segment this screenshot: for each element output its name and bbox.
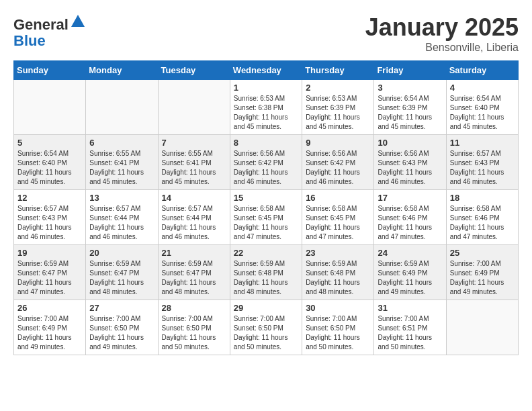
- day-number: 15: [234, 193, 298, 203]
- day-info: Sunrise: 7:00 AM Sunset: 6:51 PM Dayligh…: [378, 314, 442, 352]
- day-info: Sunrise: 6:58 AM Sunset: 6:45 PM Dayligh…: [306, 204, 370, 242]
- day-info: Sunrise: 6:53 AM Sunset: 6:39 PM Dayligh…: [306, 94, 370, 132]
- day-number: 27: [89, 303, 154, 313]
- day-info: Sunrise: 7:00 AM Sunset: 6:50 PM Dayligh…: [89, 314, 154, 352]
- calendar-header-row: SundayMondayTuesdayWednesdayThursdayFrid…: [14, 61, 519, 80]
- day-number: 2: [306, 83, 370, 93]
- day-number: 5: [17, 138, 82, 148]
- page-header: General Blue January 2025 Bensonville, L…: [13, 13, 519, 54]
- logo-general-text: General: [13, 16, 69, 33]
- day-info: Sunrise: 6:55 AM Sunset: 6:41 PM Dayligh…: [89, 149, 154, 187]
- day-info: Sunrise: 6:58 AM Sunset: 6:45 PM Dayligh…: [234, 204, 298, 242]
- day-number: 9: [306, 138, 370, 148]
- day-number: 18: [450, 193, 515, 203]
- day-number: 11: [450, 138, 515, 148]
- day-number: 28: [162, 303, 226, 313]
- calendar-day: 8Sunrise: 6:56 AM Sunset: 6:42 PM Daylig…: [230, 135, 302, 190]
- calendar-day: 9Sunrise: 6:56 AM Sunset: 6:42 PM Daylig…: [302, 135, 374, 190]
- weekday-header-saturday: Saturday: [446, 61, 518, 80]
- calendar-day: 29Sunrise: 7:00 AM Sunset: 6:50 PM Dayli…: [230, 300, 302, 355]
- calendar-day: 3Sunrise: 6:54 AM Sunset: 6:39 PM Daylig…: [374, 80, 446, 135]
- calendar-day: 11Sunrise: 6:57 AM Sunset: 6:43 PM Dayli…: [446, 135, 518, 190]
- calendar-day: 28Sunrise: 7:00 AM Sunset: 6:50 PM Dayli…: [158, 300, 230, 355]
- day-info: Sunrise: 6:59 AM Sunset: 6:47 PM Dayligh…: [162, 259, 226, 297]
- day-info: Sunrise: 6:59 AM Sunset: 6:48 PM Dayligh…: [234, 259, 298, 297]
- day-info: Sunrise: 6:55 AM Sunset: 6:41 PM Dayligh…: [162, 149, 226, 187]
- calendar-day: 17Sunrise: 6:58 AM Sunset: 6:46 PM Dayli…: [374, 190, 446, 245]
- calendar-day: 21Sunrise: 6:59 AM Sunset: 6:47 PM Dayli…: [158, 245, 230, 300]
- day-number: 19: [17, 248, 82, 258]
- day-info: Sunrise: 6:54 AM Sunset: 6:39 PM Dayligh…: [378, 94, 442, 132]
- calendar-day: [446, 300, 518, 355]
- day-number: 29: [234, 303, 298, 313]
- title-block: January 2025 Bensonville, Liberia: [365, 13, 519, 54]
- calendar-day: 30Sunrise: 7:00 AM Sunset: 6:50 PM Dayli…: [302, 300, 374, 355]
- day-info: Sunrise: 7:00 AM Sunset: 6:50 PM Dayligh…: [306, 314, 370, 352]
- day-number: 26: [17, 303, 82, 313]
- calendar-day: 20Sunrise: 6:59 AM Sunset: 6:47 PM Dayli…: [86, 245, 158, 300]
- day-number: 4: [450, 83, 515, 93]
- month-title: January 2025: [365, 13, 519, 42]
- day-info: Sunrise: 6:57 AM Sunset: 6:44 PM Dayligh…: [162, 204, 226, 242]
- day-info: Sunrise: 6:56 AM Sunset: 6:43 PM Dayligh…: [378, 149, 442, 187]
- day-info: Sunrise: 6:59 AM Sunset: 6:48 PM Dayligh…: [306, 259, 370, 297]
- day-info: Sunrise: 7:00 AM Sunset: 6:49 PM Dayligh…: [17, 314, 82, 352]
- calendar-day: [86, 80, 158, 135]
- day-number: 3: [378, 83, 442, 93]
- day-info: Sunrise: 6:54 AM Sunset: 6:40 PM Dayligh…: [17, 149, 82, 187]
- weekday-header-thursday: Thursday: [302, 61, 374, 80]
- day-info: Sunrise: 6:57 AM Sunset: 6:44 PM Dayligh…: [89, 204, 154, 242]
- day-info: Sunrise: 6:53 AM Sunset: 6:38 PM Dayligh…: [234, 94, 298, 132]
- logo-blue-text: Blue: [13, 32, 46, 49]
- day-number: 16: [306, 193, 370, 203]
- calendar-week-3: 12Sunrise: 6:57 AM Sunset: 6:43 PM Dayli…: [14, 190, 519, 245]
- calendar-week-5: 26Sunrise: 7:00 AM Sunset: 6:49 PM Dayli…: [14, 300, 519, 355]
- day-number: 17: [378, 193, 442, 203]
- calendar-day: 15Sunrise: 6:58 AM Sunset: 6:45 PM Dayli…: [230, 190, 302, 245]
- day-number: 14: [162, 193, 226, 203]
- calendar-day: 26Sunrise: 7:00 AM Sunset: 6:49 PM Dayli…: [14, 300, 86, 355]
- day-number: 25: [450, 248, 515, 258]
- calendar-day: 12Sunrise: 6:57 AM Sunset: 6:43 PM Dayli…: [14, 190, 86, 245]
- day-number: 13: [89, 193, 154, 203]
- weekday-header-friday: Friday: [374, 61, 446, 80]
- day-info: Sunrise: 6:57 AM Sunset: 6:43 PM Dayligh…: [17, 204, 82, 242]
- weekday-header-wednesday: Wednesday: [230, 61, 302, 80]
- day-number: 21: [162, 248, 226, 258]
- svg-marker-0: [71, 15, 85, 27]
- calendar-day: 13Sunrise: 6:57 AM Sunset: 6:44 PM Dayli…: [86, 190, 158, 245]
- day-info: Sunrise: 6:59 AM Sunset: 6:47 PM Dayligh…: [17, 259, 82, 297]
- calendar-day: 4Sunrise: 6:54 AM Sunset: 6:40 PM Daylig…: [446, 80, 518, 135]
- day-number: 22: [234, 248, 298, 258]
- day-number: 31: [378, 303, 442, 313]
- day-info: Sunrise: 6:58 AM Sunset: 6:46 PM Dayligh…: [378, 204, 442, 242]
- day-info: Sunrise: 6:59 AM Sunset: 6:49 PM Dayligh…: [378, 259, 442, 297]
- day-number: 10: [378, 138, 442, 148]
- calendar-week-4: 19Sunrise: 6:59 AM Sunset: 6:47 PM Dayli…: [14, 245, 519, 300]
- calendar-day: 5Sunrise: 6:54 AM Sunset: 6:40 PM Daylig…: [14, 135, 86, 190]
- day-number: 6: [89, 138, 154, 148]
- logo: General Blue: [13, 13, 86, 49]
- calendar-day: 27Sunrise: 7:00 AM Sunset: 6:50 PM Dayli…: [86, 300, 158, 355]
- location-title: Bensonville, Liberia: [365, 42, 519, 54]
- calendar-week-1: 1Sunrise: 6:53 AM Sunset: 6:38 PM Daylig…: [14, 80, 519, 135]
- day-info: Sunrise: 6:59 AM Sunset: 6:47 PM Dayligh…: [89, 259, 154, 297]
- day-number: 24: [378, 248, 442, 258]
- calendar-day: 7Sunrise: 6:55 AM Sunset: 6:41 PM Daylig…: [158, 135, 230, 190]
- day-info: Sunrise: 7:00 AM Sunset: 6:49 PM Dayligh…: [450, 259, 515, 297]
- calendar-week-2: 5Sunrise: 6:54 AM Sunset: 6:40 PM Daylig…: [14, 135, 519, 190]
- day-info: Sunrise: 7:00 AM Sunset: 6:50 PM Dayligh…: [162, 314, 226, 352]
- calendar-day: 6Sunrise: 6:55 AM Sunset: 6:41 PM Daylig…: [86, 135, 158, 190]
- calendar-day: 24Sunrise: 6:59 AM Sunset: 6:49 PM Dayli…: [374, 245, 446, 300]
- day-number: 12: [17, 193, 82, 203]
- day-number: 8: [234, 138, 298, 148]
- calendar-day: 16Sunrise: 6:58 AM Sunset: 6:45 PM Dayli…: [302, 190, 374, 245]
- calendar-day: 22Sunrise: 6:59 AM Sunset: 6:48 PM Dayli…: [230, 245, 302, 300]
- calendar-day: [158, 80, 230, 135]
- calendar-day: 23Sunrise: 6:59 AM Sunset: 6:48 PM Dayli…: [302, 245, 374, 300]
- day-number: 7: [162, 138, 226, 148]
- day-info: Sunrise: 6:56 AM Sunset: 6:42 PM Dayligh…: [234, 149, 298, 187]
- day-info: Sunrise: 7:00 AM Sunset: 6:50 PM Dayligh…: [234, 314, 298, 352]
- weekday-header-monday: Monday: [86, 61, 158, 80]
- day-info: Sunrise: 6:57 AM Sunset: 6:43 PM Dayligh…: [450, 149, 515, 187]
